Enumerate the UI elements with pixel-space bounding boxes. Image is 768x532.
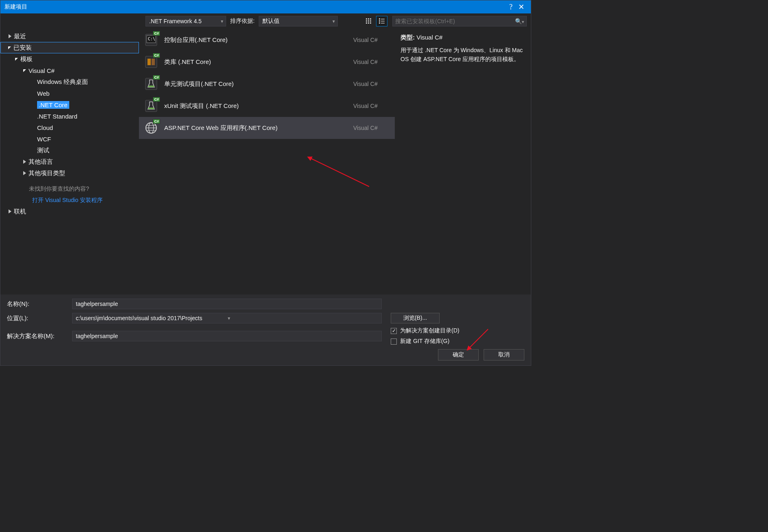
solution-name-label: 解决方案名称(M): [7, 332, 72, 340]
svg-rect-13 [379, 22, 380, 24]
chevron-down-icon: ▼ [220, 19, 224, 24]
template-language: Visual C# [353, 59, 390, 65]
help-button[interactable]: ? [509, 3, 513, 11]
framework-combo[interactable]: .NET Framework 4.5 ▼ [145, 16, 226, 26]
tree-templates[interactable]: 模板 [0, 53, 139, 65]
tree-installed[interactable]: 已安装 [0, 42, 139, 53]
details-panel: 类型: Visual C# 用于通过 .NET Core 为 Windows、L… [395, 29, 531, 295]
dialog-title: 新建项目 [4, 3, 27, 11]
type-value: Visual C# [416, 34, 442, 41]
expand-icon [9, 209, 11, 213]
template-row[interactable]: C#ASP.NET Core Web 应用程序(.NET Core)Visual… [139, 117, 395, 139]
template-language: Visual C# [353, 125, 390, 131]
svg-rect-9 [379, 18, 380, 20]
template-name: xUnit 测试项目 (.NET Core) [164, 102, 348, 110]
sort-value: 默认值 [262, 18, 279, 25]
tree-leaf-cloud[interactable]: Cloud [0, 122, 139, 133]
template-name: ASP.NET Core Web 应用程序(.NET Core) [164, 124, 348, 132]
tree-online[interactable]: 联机 [0, 206, 139, 217]
collapse-icon [15, 58, 18, 61]
titlebar: 新建项目 ? ✕ [0, 0, 531, 13]
template-language: Visual C# [353, 37, 390, 43]
template-icon: C# [144, 99, 158, 113]
tree-leaf-wcf[interactable]: WCF [0, 133, 139, 145]
git-repo-checkbox[interactable] [391, 339, 397, 345]
svg-text:C:\: C:\ [148, 37, 155, 41]
svg-rect-2 [370, 18, 371, 20]
template-language: Visual C# [353, 103, 390, 109]
collapse-icon [8, 46, 11, 49]
tree-recent[interactable]: 最近 [0, 31, 139, 42]
sort-label: 排序依据: [230, 18, 255, 25]
svg-rect-20 [152, 59, 155, 65]
tree-csharp[interactable]: Visual C# [0, 65, 139, 76]
tree-leaf-test[interactable]: 测试 [0, 145, 139, 156]
create-directory-checkbox[interactable] [391, 328, 397, 334]
ok-button[interactable]: 确定 [438, 349, 479, 361]
template-name: 控制台应用(.NET Core) [164, 36, 348, 44]
template-icon: C# [144, 55, 158, 69]
svg-rect-12 [381, 21, 385, 22]
category-tree: 最近 已安装 模板 Visual C# Windows 经典桌面 Web .NE [0, 29, 139, 295]
svg-rect-18 [145, 56, 157, 68]
svg-rect-5 [370, 20, 371, 22]
template-row[interactable]: C#单元测试项目(.NET Core)Visual C# [139, 73, 395, 95]
tree-leaf-netcore[interactable]: .NET Core [0, 99, 139, 110]
location-combo[interactable]: c:\users\jm\documents\visual studio 2017… [72, 313, 382, 323]
svg-rect-3 [366, 20, 367, 22]
create-directory-label: 为解决方案创建目录(D) [400, 327, 459, 334]
svg-rect-7 [368, 22, 369, 24]
git-repo-label: 新建 GIT 存储库(G) [400, 338, 449, 345]
view-small-icon[interactable] [363, 16, 374, 26]
cancel-button[interactable]: 取消 [484, 349, 524, 361]
name-label: 名称(N): [7, 300, 72, 308]
tree-other-types[interactable]: 其他项目类型 [0, 167, 139, 179]
svg-rect-19 [147, 59, 151, 65]
svg-rect-1 [368, 18, 369, 20]
template-language: Visual C# [353, 81, 390, 87]
search-box[interactable]: 🔍▾ [392, 16, 527, 26]
search-icon[interactable]: 🔍▾ [515, 18, 524, 24]
sort-combo[interactable]: 默认值 ▼ [259, 16, 338, 26]
expand-icon [9, 34, 11, 38]
tree-other-lang[interactable]: 其他语言 [0, 156, 139, 167]
template-name: 类库 (.NET Core) [164, 58, 348, 66]
svg-rect-4 [368, 20, 369, 22]
template-icon: C# [144, 77, 158, 91]
view-list-icon[interactable] [376, 16, 387, 26]
browse-button[interactable]: 浏览(B)... [391, 313, 440, 323]
chevron-down-icon: ▼ [227, 316, 378, 321]
name-input[interactable] [72, 299, 382, 309]
template-icon: C# [144, 121, 158, 135]
close-button[interactable]: ✕ [518, 2, 524, 11]
svg-rect-10 [381, 19, 385, 20]
template-icon: C:\C# [144, 33, 158, 47]
tree-leaf-netstandard[interactable]: .NET Standard [0, 110, 139, 122]
svg-rect-11 [379, 20, 380, 22]
template-row[interactable]: C:\C#控制台应用(.NET Core)Visual C# [139, 29, 395, 51]
not-found-text: 未找到你要查找的内容? [0, 179, 139, 194]
solution-name-input[interactable] [72, 331, 382, 341]
type-label: 类型: [401, 34, 415, 41]
chevron-down-icon: ▼ [332, 19, 336, 24]
template-row[interactable]: C#xUnit 测试项目 (.NET Core)Visual C# [139, 95, 395, 117]
toolbar: .NET Framework 4.5 ▼ 排序依据: 默认值 ▼ 🔍▾ [0, 13, 531, 29]
svg-rect-14 [381, 23, 385, 24]
framework-value: .NET Framework 4.5 [149, 18, 202, 24]
tree-leaf-web[interactable]: Web [0, 88, 139, 99]
svg-rect-8 [370, 22, 371, 24]
collapse-icon [23, 69, 26, 72]
location-label: 位置(L): [7, 314, 72, 322]
form-area: 名称(N): 位置(L): c:\users\jm\documents\visu… [0, 295, 531, 365]
expand-icon [23, 160, 26, 164]
search-input[interactable] [395, 18, 515, 24]
template-list: C:\C#控制台应用(.NET Core)Visual C#C#类库 (.NET… [139, 29, 395, 295]
open-installer-link[interactable]: 打开 Visual Studio 安装程序 [0, 194, 139, 206]
template-description: 用于通过 .NET Core 为 Windows、Linux 和 Mac OS … [401, 46, 525, 64]
svg-rect-6 [366, 22, 367, 24]
svg-rect-0 [366, 18, 367, 20]
expand-icon [23, 171, 26, 175]
tree-leaf-windows[interactable]: Windows 经典桌面 [0, 76, 139, 88]
template-row[interactable]: C#类库 (.NET Core)Visual C# [139, 51, 395, 73]
template-name: 单元测试项目(.NET Core) [164, 80, 348, 88]
